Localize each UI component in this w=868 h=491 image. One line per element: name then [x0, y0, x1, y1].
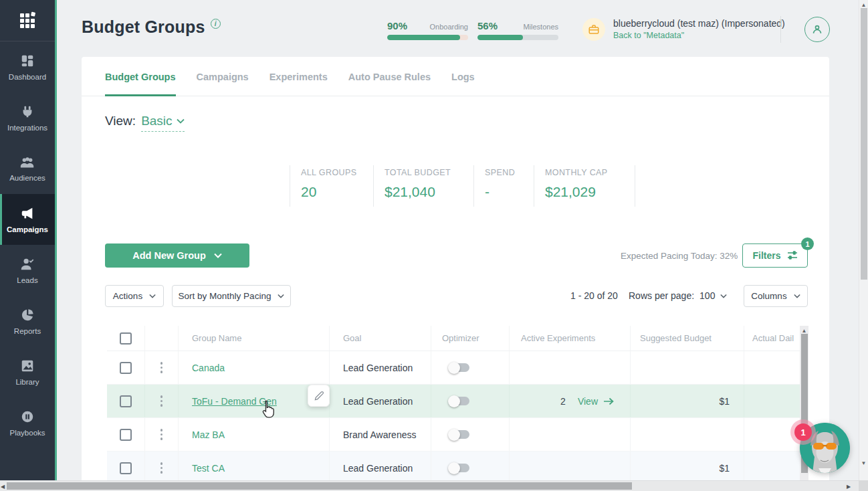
group-name-link[interactable]: Maz BA	[192, 429, 225, 440]
sidebar-item-leads[interactable]: Leads	[0, 245, 55, 296]
actual-daily-cell	[744, 385, 800, 417]
optimizer-toggle[interactable]	[449, 363, 469, 372]
scroll-left-arrow[interactable]: ◀	[1, 484, 5, 490]
column-header-optimizer[interactable]: Optimizer	[431, 326, 509, 351]
suggested-budget-cell	[630, 418, 744, 451]
arrow-right-icon	[603, 397, 614, 405]
onboarding-label: Onboarding	[430, 23, 469, 31]
row-checkbox[interactable]	[120, 462, 132, 474]
scrollbar-corner	[859, 480, 868, 491]
tab-auto-pause-rules[interactable]: Auto Pause Rules	[348, 58, 431, 96]
scroll-up-arrow[interactable]: ▲	[859, 2, 868, 8]
header-divider	[780, 16, 781, 43]
actual-daily-cell	[744, 418, 800, 451]
optimizer-toggle[interactable]	[449, 464, 469, 472]
row-menu-icon[interactable]	[145, 429, 178, 440]
image-icon	[20, 359, 35, 373]
view-experiments-link[interactable]: View	[578, 396, 614, 407]
sidebar-item-playbooks[interactable]: Playbooks	[0, 397, 55, 448]
chevron-down-icon	[278, 294, 284, 298]
sidebar-item-label: Leads	[17, 276, 37, 284]
suggested-budget-cell	[630, 351, 744, 384]
row-checkbox[interactable]	[120, 362, 132, 374]
sidebar: Dashboard Integrations Audiences Campaig…	[0, 0, 57, 480]
stat-monthly-cap: MONTHLY CAP $21,029	[534, 165, 635, 207]
columns-dropdown[interactable]: Columns	[744, 285, 808, 307]
row-menu-icon[interactable]	[145, 362, 178, 373]
page-horizontal-scrollbar[interactable]: ◀ ▶	[0, 480, 859, 491]
mouse-cursor-hand	[259, 400, 276, 419]
sidebar-item-campaigns[interactable]: Campaigns	[0, 194, 55, 245]
actual-daily-cell	[744, 351, 800, 384]
workspace-icon-circle	[582, 18, 605, 41]
scroll-down-arrow[interactable]: ▼	[859, 460, 868, 466]
table-row: Canada Lead Generation	[107, 351, 800, 385]
optimizer-toggle[interactable]	[449, 430, 469, 439]
milestones-progress[interactable]: 56% Milestones	[477, 20, 558, 40]
plug-icon	[20, 104, 35, 119]
edit-group-button[interactable]	[308, 385, 330, 407]
chevron-down-icon	[149, 294, 156, 298]
sidebar-item-integrations[interactable]: Integrations	[0, 92, 55, 143]
scroll-up-arrow[interactable]: ▲	[800, 328, 808, 334]
add-new-group-button[interactable]: Add New Group	[105, 243, 249, 268]
impersonated-account-name: blueberrycloud (test maz) (Impersonated)	[613, 18, 785, 29]
tab-experiments[interactable]: Experiments	[269, 58, 328, 96]
row-checkbox[interactable]	[120, 429, 132, 441]
account-menu-button[interactable]	[804, 17, 830, 42]
table-header-row: Group Name Goal Optimizer Active Experim…	[107, 326, 800, 351]
page-vertical-scrollbar[interactable]: ▲ ▼	[859, 0, 868, 480]
group-name-link[interactable]: Canada	[192, 363, 225, 373]
view-selector[interactable]: Basic	[141, 114, 184, 132]
sort-dropdown[interactable]: Sort by Monthly Pacing	[172, 285, 291, 307]
experiments-count: 2	[560, 396, 566, 407]
column-header-goal[interactable]: Goal	[329, 326, 431, 351]
sidebar-item-reports[interactable]: Reports	[0, 296, 55, 347]
sidebar-item-label: Audiences	[9, 174, 45, 182]
tab-logs[interactable]: Logs	[451, 58, 475, 96]
table-row: ToFu - Demand Gen Lead Generation 2 View…	[107, 385, 800, 418]
sidebar-item-label: Integrations	[7, 124, 47, 132]
row-menu-icon[interactable]	[145, 462, 178, 474]
budget-groups-table: Group Name Goal Optimizer Active Experim…	[107, 326, 800, 485]
optimizer-toggle[interactable]	[449, 397, 469, 405]
column-header-suggested-budget[interactable]: Suggested Budget	[630, 326, 744, 351]
row-menu-icon[interactable]	[145, 395, 178, 407]
chevron-down-icon	[720, 294, 727, 298]
back-to-metadata-link[interactable]: Back to "Metadata"	[613, 31, 785, 40]
sidebar-item-dashboard[interactable]: Dashboard	[0, 41, 55, 92]
page-title: Budget Groups	[82, 17, 205, 37]
person-check-icon	[20, 257, 35, 272]
info-icon[interactable]: i	[211, 19, 221, 29]
filter-sliders-icon	[787, 251, 798, 260]
scroll-right-arrow[interactable]: ▶	[847, 484, 851, 490]
tab-budget-groups[interactable]: Budget Groups	[105, 58, 176, 96]
view-label: View:	[105, 114, 136, 132]
horizontal-scrollbar-thumb[interactable]	[7, 482, 632, 490]
column-header-group-name[interactable]: Group Name	[178, 326, 329, 351]
milestones-label: Milestones	[523, 23, 558, 31]
select-all-checkbox[interactable]	[120, 332, 132, 345]
rows-per-page-control[interactable]: Rows per page: 100	[629, 290, 727, 301]
tab-campaigns[interactable]: Campaigns	[197, 58, 249, 96]
onboarding-progress[interactable]: 90% Onboarding	[387, 20, 468, 40]
group-name-link[interactable]: Test CA	[192, 463, 225, 474]
sidebar-item-label: Dashboard	[9, 73, 46, 81]
active-experiments-cell	[509, 351, 630, 384]
sidebar-item-audiences[interactable]: Audiences	[0, 143, 55, 194]
filters-button[interactable]: Filters	[742, 243, 808, 268]
page-scrollbar-thumb[interactable]	[861, 8, 867, 280]
people-icon	[19, 156, 35, 169]
row-checkbox[interactable]	[120, 395, 132, 407]
column-header-active-experiments[interactable]: Active Experiments	[509, 326, 630, 351]
actions-dropdown[interactable]: Actions	[105, 285, 164, 307]
column-header-actual-daily[interactable]: Actual Dail	[744, 326, 800, 351]
goal-cell: Brand Awareness	[329, 418, 431, 451]
notification-badge: 1	[794, 423, 812, 441]
onboarding-percent: 90%	[387, 20, 407, 31]
view-selector-row: View: Basic	[105, 114, 185, 132]
sidebar-item-library[interactable]: Library	[0, 347, 55, 397]
milestones-percent: 56%	[477, 20, 498, 31]
app-logo[interactable]	[0, 0, 55, 41]
dashboard-icon	[20, 54, 35, 68]
